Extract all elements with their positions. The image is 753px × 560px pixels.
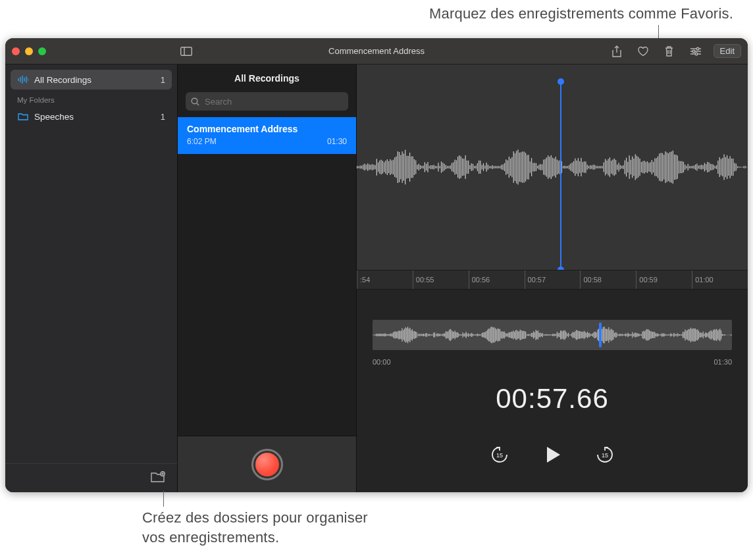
svg-rect-361: [463, 332, 463, 338]
search-icon: [191, 97, 199, 106]
svg-rect-88: [457, 157, 458, 178]
edit-button[interactable]: Edit: [714, 44, 741, 58]
overview-playhead[interactable]: [599, 322, 602, 347]
window-controls: [12, 47, 46, 55]
svg-rect-557: [683, 332, 683, 338]
svg-rect-343: [442, 334, 443, 336]
svg-rect-134: [527, 155, 527, 180]
svg-rect-207: [636, 156, 637, 178]
skip-forward-button[interactable]: 15: [595, 445, 615, 465]
minimize-window-button[interactable]: [25, 47, 33, 55]
svg-rect-145: [543, 160, 544, 175]
svg-rect-497: [615, 332, 616, 338]
svg-rect-513: [633, 334, 634, 336]
svg-rect-293: [386, 334, 386, 336]
zoom-window-button[interactable]: [38, 47, 46, 55]
search-input[interactable]: [203, 96, 343, 107]
svg-rect-433: [543, 334, 544, 336]
svg-rect-163: [570, 163, 571, 170]
svg-rect-357: [458, 333, 459, 337]
svg-rect-261: [717, 161, 718, 174]
svg-rect-580: [708, 332, 709, 338]
svg-rect-29: [369, 165, 369, 170]
svg-rect-226: [665, 151, 665, 183]
svg-rect-318: [414, 331, 415, 339]
ruler-tick: 01:00: [692, 270, 714, 289]
sidebar-item-all-recordings[interactable]: All Recordings 1: [11, 70, 172, 89]
svg-rect-235: [679, 161, 679, 173]
svg-rect-253: [706, 164, 706, 170]
svg-rect-324: [421, 334, 421, 336]
svg-rect-112: [494, 166, 494, 168]
svg-point-5: [696, 47, 699, 50]
player-panel: :5400:5500:5600:5700:5800:5901:000 00:00…: [357, 64, 748, 492]
svg-rect-336: [434, 332, 435, 338]
recording-item[interactable]: Commencement Address 6:02 PM 01:30: [178, 117, 356, 154]
svg-rect-168: [578, 158, 579, 176]
svg-rect-49: [399, 152, 400, 182]
svg-rect-449: [561, 331, 562, 340]
close-window-button[interactable]: [12, 47, 20, 55]
svg-rect-352: [452, 332, 453, 338]
svg-rect-309: [404, 329, 405, 342]
delete-button[interactable]: [661, 43, 678, 60]
timeline-ruler[interactable]: :5400:5500:5600:5700:5800:5901:000: [357, 270, 748, 290]
svg-rect-588: [717, 330, 718, 339]
svg-rect-128: [517, 149, 518, 184]
svg-rect-330: [428, 334, 428, 336]
toggle-sidebar-button[interactable]: [178, 43, 195, 60]
svg-rect-25: [363, 165, 363, 169]
svg-rect-214: [647, 161, 648, 173]
titlebar: Commencement Address: [5, 38, 748, 64]
svg-rect-62: [419, 164, 419, 170]
svg-rect-81: [447, 166, 448, 168]
svg-rect-589: [719, 330, 719, 340]
settings-sliders-button[interactable]: [687, 43, 704, 60]
svg-rect-240: [686, 166, 687, 168]
svg-rect-424: [533, 331, 534, 338]
sidebar-item-label: All Recordings: [34, 75, 91, 85]
favorite-button[interactable]: [635, 43, 652, 60]
waveform-main[interactable]: [357, 64, 748, 270]
svg-rect-255: [709, 163, 710, 172]
svg-rect-53: [405, 150, 405, 185]
svg-rect-517: [638, 334, 638, 337]
skip-back-button[interactable]: 15: [490, 445, 509, 465]
svg-rect-192: [614, 159, 615, 176]
svg-rect-284: [376, 334, 376, 336]
svg-rect-244: [692, 166, 692, 168]
svg-rect-582: [711, 330, 712, 340]
new-folder-button[interactable]: [151, 471, 165, 486]
svg-rect-436: [547, 334, 548, 336]
play-button[interactable]: [541, 444, 563, 466]
share-button[interactable]: [608, 43, 625, 60]
svg-rect-400: [506, 334, 507, 336]
svg-rect-52: [403, 153, 404, 180]
svg-rect-307: [402, 328, 402, 342]
svg-rect-323: [420, 334, 421, 336]
svg-rect-206: [635, 154, 636, 180]
svg-rect-380: [484, 332, 484, 338]
svg-rect-297: [390, 333, 391, 336]
svg-rect-581: [710, 331, 710, 339]
svg-rect-144: [542, 165, 542, 170]
record-button[interactable]: [251, 449, 283, 480]
svg-rect-578: [706, 333, 707, 338]
search-field[interactable]: [186, 92, 348, 111]
svg-rect-31: [372, 164, 373, 170]
svg-rect-389: [494, 327, 494, 343]
svg-rect-556: [681, 334, 682, 336]
playhead[interactable]: [560, 82, 561, 270]
svg-rect-78: [442, 163, 443, 172]
svg-rect-531: [654, 332, 654, 338]
svg-rect-170: [581, 158, 581, 176]
svg-rect-332: [430, 334, 430, 336]
svg-rect-289: [382, 334, 382, 336]
svg-rect-42: [388, 161, 389, 173]
svg-rect-139: [534, 163, 535, 172]
svg-rect-370: [473, 334, 473, 336]
waveform-overview[interactable]: [373, 320, 732, 350]
sidebar-item-folder[interactable]: Speeches 1: [11, 107, 172, 126]
svg-rect-153: [556, 157, 556, 178]
sidebar-item-label: Speeches: [34, 112, 74, 122]
